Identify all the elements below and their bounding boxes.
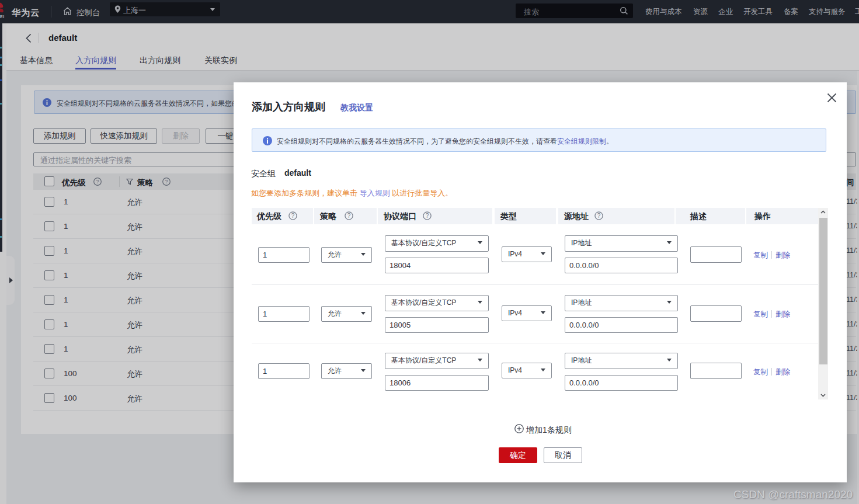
svg-text:?: ? (426, 213, 429, 219)
svg-text:?: ? (347, 213, 351, 219)
svg-text:?: ? (597, 213, 601, 219)
svg-text:?: ? (291, 213, 295, 219)
